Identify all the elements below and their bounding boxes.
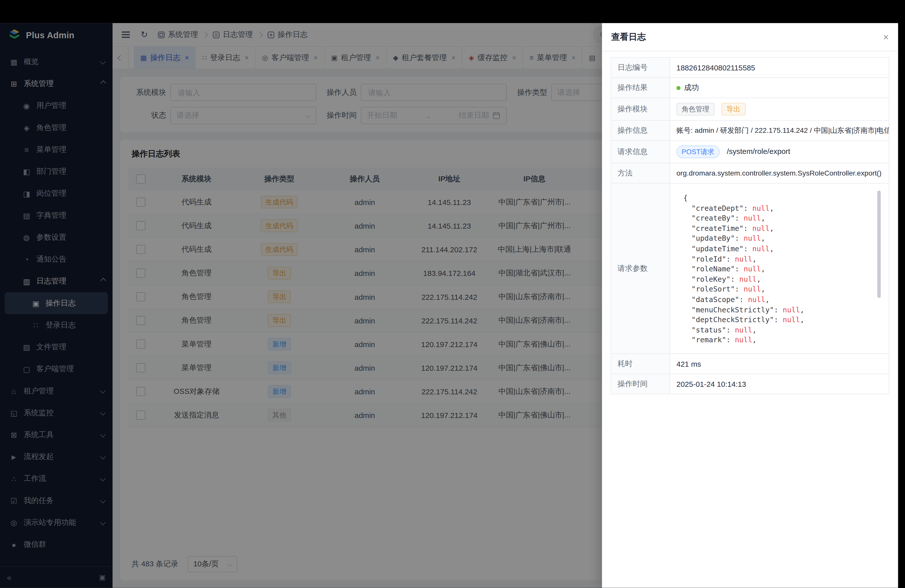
- action-tag: 导出: [721, 103, 745, 116]
- info-value: 账号: admin / 研发部门 / 222.175.114.242 / 中国|…: [670, 121, 889, 141]
- method-value: org.dromara.system.controller.system.Sys…: [670, 163, 889, 183]
- drawer-header: 查看日志 ×: [602, 23, 898, 51]
- method-label: 方法: [611, 163, 670, 183]
- view-log-drawer: 查看日志 × 日志编号 1882612840802115585 操作结果 成功 …: [602, 23, 898, 588]
- result-value: 成功: [684, 83, 699, 92]
- scrollbar[interactable]: [877, 191, 881, 345]
- log-detail-table: 日志编号 1882612840802115585 操作结果 成功 操作模块 角色…: [611, 57, 889, 394]
- duration-label: 耗时: [611, 354, 670, 374]
- scrollbar-thumb[interactable]: [877, 191, 881, 298]
- screen: Plus Admin ▦概览 ⊞系统管理 ◉用户管理 ◈角色管理 ≡菜单管理 ◧…: [0, 0, 905, 588]
- success-dot-icon: [676, 86, 681, 90]
- drawer-close-button[interactable]: ×: [883, 32, 889, 42]
- drawer-body: 日志编号 1882612840802115585 操作结果 成功 操作模块 角色…: [602, 51, 898, 588]
- drawer-title: 查看日志: [611, 32, 646, 43]
- params-label: 请求参数: [611, 183, 670, 354]
- result-label: 操作结果: [611, 78, 670, 98]
- request-url: /system/role/export: [727, 147, 790, 156]
- request-params-json[interactable]: { createDept: null, createBy: null, crea…: [676, 188, 883, 348]
- post-method-tag: POST请求: [676, 146, 719, 159]
- log-id-value: 1882612840802115585: [670, 57, 889, 78]
- info-label: 操作信息: [611, 121, 670, 141]
- time-value: 2025-01-24 10:14:13: [670, 374, 889, 394]
- module-tag: 角色管理: [676, 103, 715, 116]
- module-label: 操作模块: [611, 98, 670, 121]
- duration-value: 421 ms: [670, 354, 889, 374]
- app-window: Plus Admin ▦概览 ⊞系统管理 ◉用户管理 ◈角色管理 ≡菜单管理 ◧…: [0, 23, 898, 588]
- request-label: 请求信息: [611, 141, 670, 163]
- log-id-label: 日志编号: [611, 57, 670, 78]
- time-label: 操作时间: [611, 374, 670, 394]
